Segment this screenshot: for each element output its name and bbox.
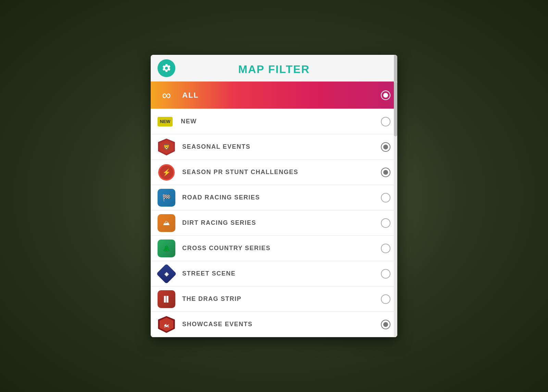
scrollbar-track[interactable]	[394, 55, 397, 81]
showcase-events-icon: 🏍	[158, 316, 175, 333]
filter-label-dirt-racing: DIRT RACING SERIES	[182, 219, 381, 226]
radio-showcase-events[interactable]	[381, 320, 390, 329]
svg-text:🏍: 🏍	[163, 322, 170, 329]
filter-item-new[interactable]: NEW NEW	[151, 109, 397, 134]
filter-item-season-pr-stunt[interactable]: ⚡ SEASON PR STUNT CHALLENGES	[151, 160, 397, 185]
radio-dirt-racing[interactable]	[381, 218, 390, 228]
modal-body: ∞ ALL NEW NEW 🦁 SEASONAL EVENTS	[151, 82, 397, 337]
body-scrollbar-track[interactable]	[394, 82, 397, 337]
radio-cross-country[interactable]	[381, 244, 390, 253]
filter-item-seasonal-events[interactable]: 🦁 SEASONAL EVENTS	[151, 134, 397, 160]
radio-drag-strip[interactable]	[381, 294, 390, 304]
modal-title: MAP FILTER	[158, 63, 390, 76]
radio-new[interactable]	[381, 117, 390, 126]
season-pr-stunt-icon: ⚡	[158, 163, 175, 181]
filter-label-drag-strip: THE DRAG STRIP	[182, 295, 381, 303]
radio-season-pr-stunt[interactable]	[381, 168, 390, 177]
street-scene-icon: ◈	[156, 264, 176, 284]
street-scene-icon-wrapper: ◈	[158, 265, 175, 283]
cross-country-icon: 🌲	[158, 240, 175, 257]
radio-road-racing[interactable]	[381, 193, 390, 203]
svg-text:⚡: ⚡	[162, 168, 171, 176]
filter-label-seasonal-events: SEASONAL EVENTS	[182, 143, 381, 150]
filter-label-cross-country: CROSS COUNTRY SERIES	[182, 245, 381, 252]
filter-label-street-scene: STREET SCENE	[182, 270, 381, 277]
all-icon: ∞	[158, 86, 175, 104]
seasonal-events-icon: 🦁	[158, 138, 175, 156]
gear-icon	[162, 63, 171, 73]
filter-label-showcase-events: SHOWCASE EVENTS	[182, 321, 381, 328]
filter-item-dirt-racing[interactable]: ⛰ DIRT RACING SERIES	[151, 210, 397, 236]
radio-seasonal-events[interactable]	[381, 142, 390, 152]
radio-all[interactable]	[381, 90, 390, 100]
filter-label-new: NEW	[181, 118, 381, 125]
dirt-racing-icon: ⛰	[158, 214, 175, 232]
filter-item-cross-country[interactable]: 🌲 CROSS COUNTRY SERIES	[151, 236, 397, 261]
road-racing-icon: 🏁	[158, 189, 175, 207]
filter-item-road-racing[interactable]: 🏁 ROAD RACING SERIES	[151, 185, 397, 210]
filter-label-season-pr-stunt: SEASON PR STUNT CHALLENGES	[182, 169, 381, 176]
map-filter-modal: MAP FILTER ∞ ALL NEW NEW 🦁	[151, 55, 397, 337]
filter-label-all: ALL	[182, 91, 381, 100]
body-scrollbar-thumb	[394, 82, 397, 136]
filter-item-all[interactable]: ∞ ALL	[151, 82, 397, 109]
new-badge-icon: NEW	[158, 117, 173, 126]
radio-street-scene[interactable]	[381, 269, 390, 279]
drag-strip-icon: ▐▌	[158, 290, 175, 308]
svg-text:🦁: 🦁	[163, 143, 171, 151]
filter-item-street-scene[interactable]: ◈ STREET SCENE	[151, 261, 397, 286]
filter-label-road-racing: ROAD RACING SERIES	[182, 194, 381, 201]
modal-header: MAP FILTER	[151, 55, 397, 82]
filter-item-showcase-events[interactable]: 🏍 SHOWCASE EVENTS	[151, 312, 397, 337]
settings-button[interactable]	[158, 59, 175, 77]
filter-item-drag-strip[interactable]: ▐▌ THE DRAG STRIP	[151, 286, 397, 312]
